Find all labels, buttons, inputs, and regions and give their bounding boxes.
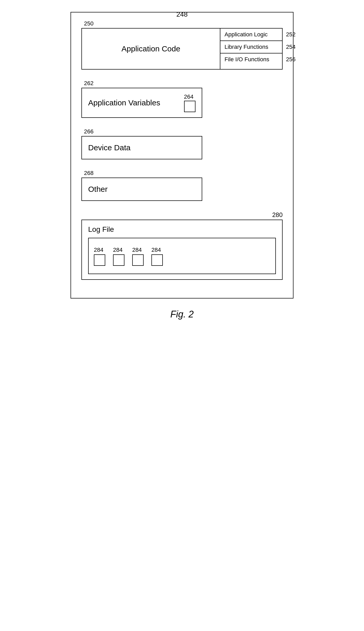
log-entry-1: 284 (113, 247, 124, 266)
log-entry-1-square (113, 254, 124, 266)
device-data-section: 266 Device Data (81, 128, 283, 167)
app-vars-square (184, 101, 195, 112)
log-entry-1-label: 284 (113, 247, 123, 253)
other-label: 268 (84, 170, 283, 177)
app-vars-square-wrap: 264 (184, 93, 195, 112)
app-logic-item: Application Logic 252 (220, 29, 282, 41)
app-code-box: Application Code Application Logic 252 L… (81, 28, 283, 70)
diagram-page: 248 250 Application Code Application Log… (65, 10, 299, 320)
app-vars-box: Application Variables 264 (81, 88, 202, 118)
app-vars-square-label: 264 (184, 93, 194, 100)
log-entry-0-label: 284 (94, 247, 103, 253)
app-vars-label: 262 (84, 80, 283, 87)
log-file-section: 280 Log File 284 284 (81, 211, 283, 288)
log-entry-3-label: 284 (151, 247, 161, 253)
app-vars-section: 262 Application Variables 264 (81, 80, 283, 126)
file-io-id: 256 (286, 56, 296, 63)
log-file-text: Log File (88, 225, 276, 234)
app-code-label: 250 (84, 20, 283, 27)
log-entry-2: 284 (132, 247, 144, 266)
log-entry-3-square (151, 254, 163, 266)
log-entry-2-square (132, 254, 144, 266)
app-code-section: 250 Application Code Application Logic 2… (81, 20, 283, 77)
log-entry-2-label: 284 (132, 247, 142, 253)
fig-caption: Fig. 2 (170, 309, 194, 320)
device-data-box: Device Data (81, 136, 202, 159)
outer-box: 250 Application Code Application Logic 2… (71, 12, 293, 298)
log-file-box: Log File 284 284 284 (81, 220, 283, 280)
other-box: Other (81, 178, 202, 201)
library-functions-id: 254 (286, 44, 296, 50)
log-file-inner-box: 284 284 284 284 (88, 238, 276, 274)
app-code-text: Application Code (82, 29, 220, 69)
device-data-label: 266 (84, 128, 283, 135)
file-io-item: File I/O Functions 256 (220, 53, 282, 65)
log-entry-0: 284 (94, 247, 105, 266)
other-section: 268 Other (81, 170, 283, 209)
app-logic-id: 252 (286, 31, 296, 38)
log-file-outer-label: 280 (272, 211, 283, 219)
log-entry-3: 284 (151, 247, 163, 266)
library-functions-item: Library Functions 254 (220, 41, 282, 53)
log-entry-0-square (94, 254, 105, 266)
app-code-right-panel: Application Logic 252 Library Functions … (220, 29, 282, 69)
